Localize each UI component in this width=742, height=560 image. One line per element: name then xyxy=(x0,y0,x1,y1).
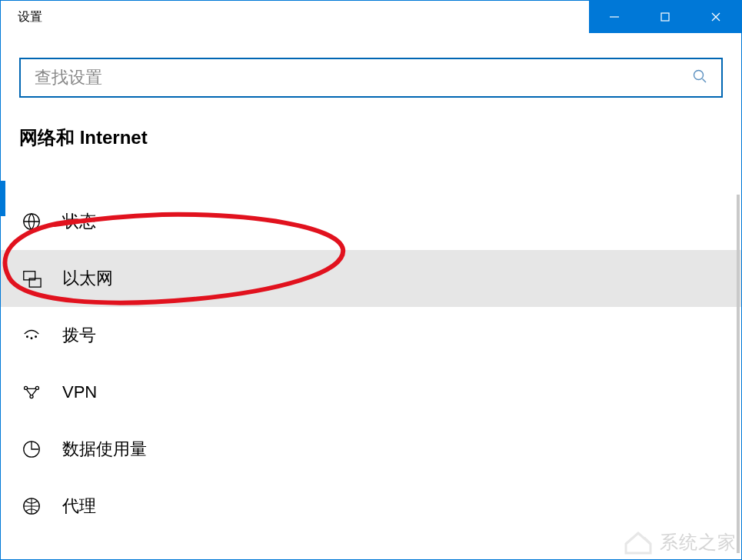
minimize-icon xyxy=(609,12,620,22)
nav-list: 状态 以太网 拨号 VPN 数据使用量 xyxy=(1,193,741,535)
vpn-icon xyxy=(21,382,42,403)
svg-point-9 xyxy=(26,335,28,338)
nav-item-vpn[interactable]: VPN xyxy=(1,364,741,421)
svg-point-11 xyxy=(35,335,37,338)
svg-point-13 xyxy=(35,386,38,389)
titlebar: 设置 xyxy=(1,1,741,33)
nav-label: 代理 xyxy=(62,495,96,518)
nav-item-status[interactable]: 状态 xyxy=(1,193,741,250)
search-container xyxy=(1,33,741,98)
minimize-button[interactable] xyxy=(589,1,640,33)
watermark: 系统之家 xyxy=(623,528,737,556)
status-icon xyxy=(21,211,42,232)
svg-point-14 xyxy=(30,395,33,398)
watermark-text: 系统之家 xyxy=(660,530,737,555)
nav-label: 状态 xyxy=(62,210,96,233)
nav-label: VPN xyxy=(62,382,97,402)
section-title: 网络和 Internet xyxy=(1,98,741,150)
settings-window: 设置 网络和 Internet xyxy=(0,0,742,560)
dialup-icon xyxy=(21,325,42,346)
nav-item-ethernet[interactable]: 以太网 xyxy=(1,250,741,307)
maximize-icon xyxy=(660,12,670,22)
svg-rect-1 xyxy=(661,13,669,21)
nav-label: 以太网 xyxy=(62,267,113,290)
search-box[interactable] xyxy=(19,58,723,98)
ethernet-icon xyxy=(21,268,42,289)
svg-point-10 xyxy=(31,337,33,339)
window-controls xyxy=(589,1,741,33)
nav-item-data-usage[interactable]: 数据使用量 xyxy=(1,421,741,478)
search-input[interactable] xyxy=(35,68,692,88)
window-title: 设置 xyxy=(1,9,42,25)
close-button[interactable] xyxy=(690,1,741,33)
svg-point-4 xyxy=(694,71,704,80)
nav-label: 数据使用量 xyxy=(62,438,147,461)
svg-point-12 xyxy=(25,386,28,389)
watermark-logo-icon xyxy=(623,528,654,556)
search-icon xyxy=(692,68,707,87)
nav-item-proxy[interactable]: 代理 xyxy=(1,478,741,535)
nav-item-dialup[interactable]: 拨号 xyxy=(1,307,741,364)
scrollbar[interactable] xyxy=(737,195,740,553)
nav-label: 拨号 xyxy=(62,324,96,347)
proxy-icon xyxy=(21,495,42,517)
data-usage-icon xyxy=(21,438,42,460)
svg-line-5 xyxy=(703,79,707,83)
close-icon xyxy=(710,12,721,22)
maximize-button[interactable] xyxy=(640,1,690,33)
